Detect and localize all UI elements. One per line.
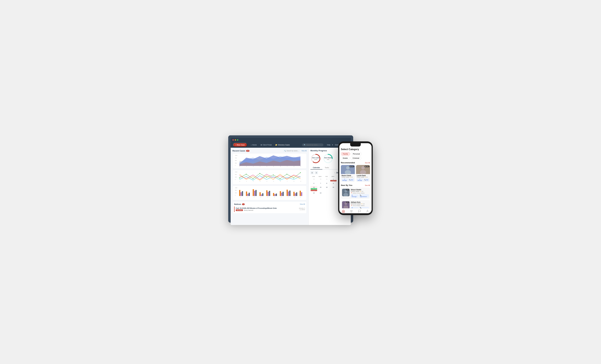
search-input[interactable] — [307, 144, 321, 146]
nearby-apt-2[interactable]: 📞 Appointment — [359, 207, 369, 208]
tab-calendar[interactable]: Calendar — [311, 166, 322, 170]
phone-nav-home[interactable] — [342, 210, 345, 213]
cal-cell-15[interactable]: 15 — [318, 186, 323, 192]
nav-home[interactable]: ⌂ Home — [251, 144, 257, 146]
svg-text:3: 3 — [260, 181, 260, 182]
phone-nav-user[interactable] — [366, 210, 369, 213]
cat-family[interactable]: Family — [341, 152, 350, 155]
tab-tasks[interactable]: Tasks — [322, 166, 331, 170]
nearby-img-1: 200+ — [342, 189, 350, 196]
svg-point-27 — [239, 178, 240, 178]
svg-rect-78 — [300, 191, 301, 196]
prev-month-button[interactable]: ‹ — [335, 172, 335, 173]
cal-cell-30[interactable]: 30 — [318, 178, 323, 182]
nearby-type-2: Personal Lawyer ★ 4.3 — [351, 203, 369, 205]
scene: + New Case ⌂ Home 🖥 Client Portal 📁 Dire… — [228, 135, 373, 229]
new-case-button[interactable]: + New Case — [233, 143, 247, 147]
cat-estate[interactable]: Estate — [341, 156, 350, 160]
phone-nav-chat[interactable] — [358, 210, 361, 213]
svg-text:0: 0 — [235, 179, 236, 180]
nearby-adham: 200+ Adham Kein Personal Lawyer ★ 4.3 📍H… — [341, 200, 370, 208]
nearby-see-all[interactable]: See All — [365, 184, 370, 186]
svg-rect-52 — [240, 192, 242, 196]
cal-cell-6[interactable]: 6 — [311, 182, 317, 186]
svg-point-35 — [293, 178, 294, 178]
appointment-btn-1[interactable]: 📞 Appt — [348, 178, 354, 181]
phone-nav-scale[interactable] — [350, 210, 353, 213]
nearby-apt-1[interactable]: 📞 Appointment — [359, 194, 369, 198]
svg-text:500: 500 — [235, 174, 237, 175]
cal-cell-22[interactable]: 22 — [311, 192, 317, 195]
cal-cell-29[interactable]: 29 — [311, 178, 317, 182]
grid-view-button[interactable]: ⊞ — [311, 171, 314, 174]
svg-rect-76 — [295, 193, 296, 196]
notices-section: Notices 1 View All Fwd: 19-15169-JGR Min… — [232, 201, 307, 214]
nav-directory-cases[interactable]: 📁 Directory Cases — [275, 144, 290, 146]
svg-text:4: 4 — [267, 181, 267, 182]
dot-green[interactable] — [237, 139, 238, 141]
day-sun: SUN — [311, 175, 317, 177]
cal-cell-14[interactable]: 14 7a 341 Hea 9p Client bi — [311, 186, 317, 192]
recommended-see-all[interactable]: See All — [365, 162, 370, 164]
lawyer-actions-1: ✉ Message 📞 Appt — [342, 178, 354, 181]
cal-cell-7[interactable]: 7 — [318, 182, 323, 186]
user-nav-icon — [366, 210, 369, 213]
cal-cell-1[interactable]: 1 11:26p Mm — [330, 178, 337, 182]
lawyer-card-lavish: ▶ 450+ Lavish Danh Estate Lawyer ★ 4.1 ✉… — [356, 165, 370, 182]
line-chart-container: 1000 500 250 0 — [232, 170, 307, 184]
appointment-btn-2[interactable]: 📞 Appt — [363, 178, 369, 181]
nearby-info-1: Shivoi Slokhi Family Lawyer ★ 4.0 📍Melly… — [351, 189, 369, 198]
cal-cell-31[interactable]: 31 — [324, 178, 330, 182]
svg-rect-74 — [289, 191, 290, 196]
svg-rect-51 — [239, 190, 240, 196]
dot-yellow[interactable] — [235, 139, 236, 141]
nav-client-portal[interactable]: 🖥 Client Portal — [260, 144, 271, 146]
svg-rect-56 — [249, 193, 250, 196]
cal-cell-9[interactable]: 9 — [330, 182, 337, 186]
cal-cell-23[interactable]: 23 — [318, 192, 323, 195]
phone-select-category-title: Select Category — [341, 148, 370, 151]
view-all-recent[interactable]: View All — [301, 150, 307, 152]
cal-cell-19[interactable]: 19 — [330, 186, 337, 192]
message-btn-2[interactable]: ✉ Message — [357, 178, 363, 181]
svg-point-28 — [246, 174, 247, 175]
message-btn-1[interactable]: ✉ Message — [342, 178, 348, 181]
cal-cell-8[interactable]: 8 — [324, 182, 330, 186]
svg-text:5: 5 — [274, 197, 275, 198]
new-leads-circle: New Leads 18/35 — [311, 153, 321, 164]
svg-text:9: 9 — [300, 181, 301, 182]
list-view-button[interactable]: ☰ — [315, 171, 318, 174]
day-tue: TUE — [323, 175, 330, 177]
cat-criminal[interactable]: Criminal — [351, 156, 361, 160]
nearby-msg-1[interactable]: ✉ Message — [351, 194, 359, 198]
svg-rect-73 — [288, 192, 289, 196]
monitor-icon: 🖥 — [260, 144, 262, 146]
svg-text:1: 1 — [247, 197, 248, 198]
lawyer-type-2: Estate Lawyer ★ 4.1 — [357, 176, 369, 178]
nearby-msg-2[interactable]: ✉ Message — [351, 207, 359, 208]
chat-nav-icon — [358, 210, 361, 213]
nearby-type-1: Family Lawyer ★ 4.0 — [351, 191, 369, 192]
phone-notch — [350, 143, 361, 146]
svg-text:0: 0 — [235, 195, 236, 196]
cat-personal[interactable]: Personal — [351, 152, 362, 155]
svg-point-34 — [287, 174, 287, 175]
lawyer-type-1: Family Lawyer ★ 4.3 — [342, 176, 354, 178]
svg-rect-55 — [247, 194, 249, 196]
left-search[interactable]: 🔍 Search by name... — [283, 150, 300, 152]
phone: Select Category Family Personal Estate C… — [338, 141, 373, 215]
help-label[interactable]: Help — [327, 144, 331, 146]
notices-view-all[interactable]: View All — [300, 203, 305, 205]
recent-cases-badge: 15 — [246, 150, 250, 152]
svg-rect-68 — [276, 194, 277, 196]
nearby-location-1: 📍Mellya Colony, Balaria — [351, 192, 369, 194]
nav-search[interactable]: 🔍 — [302, 144, 323, 146]
dot-red[interactable] — [232, 139, 234, 141]
lawyer-name-2: Lavish Danh — [357, 175, 369, 176]
home-icon: ⌂ — [251, 144, 252, 146]
nearby-views-2: 200+ — [346, 201, 349, 203]
nearby-header: Near By You See All — [341, 184, 370, 186]
svg-rect-69 — [280, 191, 281, 196]
svg-text:1: 1 — [246, 181, 247, 182]
cal-cell-16[interactable]: 16 — [324, 186, 330, 192]
